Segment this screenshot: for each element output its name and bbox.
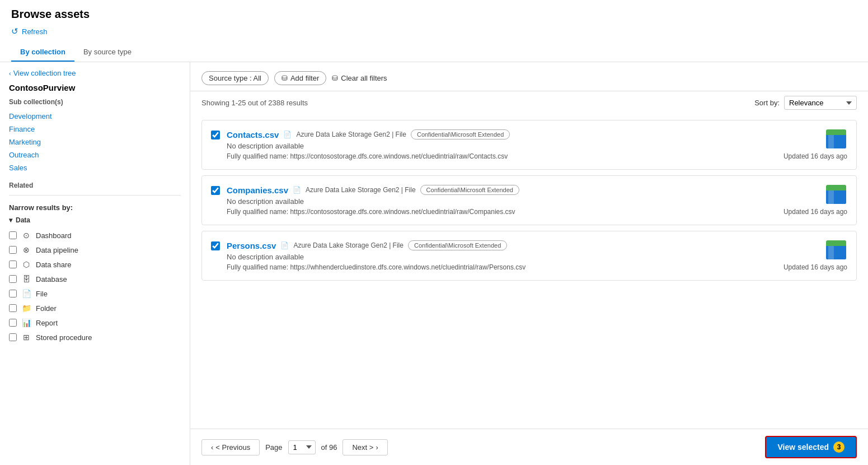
refresh-button[interactable]: ↺ Refresh xyxy=(11,26,48,36)
asset-name-contacts[interactable]: Contacts.csv xyxy=(227,130,279,140)
page-title: Browse assets xyxy=(11,8,857,21)
asset-info-contacts: Contacts.csv 📄 Azure Data Lake Storage G… xyxy=(227,129,818,160)
filter-folder-checkbox[interactable] xyxy=(9,304,17,312)
sub-collections-label: Sub collection(s) xyxy=(9,98,181,106)
filter-data-pipeline-checkbox[interactable] xyxy=(9,246,17,254)
tab-by-collection[interactable]: By collection xyxy=(11,43,74,62)
filter-dashboard-label: Dashboard xyxy=(36,231,72,240)
pagination-bar: ‹ < Previous Page 1234596 of 96 Next > ›… xyxy=(190,429,868,465)
page-label: Page xyxy=(265,443,282,452)
view-selected-button[interactable]: View selected 3 xyxy=(765,436,857,458)
asset-description-persons: No description available xyxy=(227,253,818,261)
filter-folder-label: Folder xyxy=(36,304,57,313)
collection-name: ContosoPurview xyxy=(9,83,181,92)
asset-fqn-companies: Fully qualified name: https://contososto… xyxy=(227,208,818,216)
filter-dashboard: ⊙ Dashboard xyxy=(9,229,181,242)
asset-badge-persons: Confidential\Microsoft Extended xyxy=(408,240,507,250)
asset-select-companies[interactable] xyxy=(211,186,220,195)
next-button[interactable]: Next > › xyxy=(342,439,387,455)
sidebar: ‹ View collection tree ContosoPurview Su… xyxy=(0,62,190,465)
view-collection-tree-link[interactable]: ‹ View collection tree xyxy=(9,69,181,77)
asset-updated-companies: Updated 16 days ago xyxy=(783,208,847,216)
asset-name-companies[interactable]: Companies.csv xyxy=(227,185,288,195)
asset-badge-contacts: Confidential\Microsoft Extended xyxy=(411,129,510,140)
file-icon: 📄 xyxy=(21,289,31,298)
asset-updated-contacts: Updated 16 days ago xyxy=(783,152,847,160)
filter-stored-procedure-checkbox[interactable] xyxy=(9,333,17,341)
content-area: Source type : All ⛁ Add filter ⛁ Clear a… xyxy=(190,62,868,465)
asset-checkbox-companies[interactable] xyxy=(211,186,220,197)
asset-fqn-persons: Fully qualified name: https://whhendercl… xyxy=(227,263,818,271)
clear-filters-label: Clear all filters xyxy=(341,74,387,82)
sub-collection-outreach[interactable]: Outreach xyxy=(9,149,181,161)
filter-database-checkbox[interactable] xyxy=(9,275,17,283)
clear-filter-icon: ⛁ xyxy=(332,74,338,82)
asset-source-persons: Azure Data Lake Storage Gen2 | File xyxy=(293,241,403,249)
results-count: Showing 1-25 out of 2388 results xyxy=(201,99,308,107)
dashboard-icon: ⊙ xyxy=(21,231,31,240)
database-icon: 🗄 xyxy=(21,275,31,283)
file-type-icon: 📄 xyxy=(280,241,289,249)
stored-procedure-icon: ⊞ xyxy=(21,333,31,342)
filter-data-share-checkbox[interactable] xyxy=(9,261,17,268)
asset-card: Contacts.csv 📄 Azure Data Lake Storage G… xyxy=(201,120,857,170)
data-pipeline-icon: ⊗ xyxy=(21,245,31,254)
asset-info-companies: Companies.csv 📄 Azure Data Lake Storage … xyxy=(227,185,818,216)
page-select[interactable]: 1234596 xyxy=(288,440,316,454)
sub-collection-marketing[interactable]: Marketing xyxy=(9,136,181,148)
storage-icon-contacts xyxy=(825,129,847,152)
storage-icon-persons xyxy=(825,240,847,263)
filter-data-pipeline: ⊗ Data pipeline xyxy=(9,243,181,257)
filter-report-label: Report xyxy=(36,319,58,327)
data-filter-list: ⊙ Dashboard ⊗ Data pipeline ⬡ Data share xyxy=(9,229,181,344)
asset-name-persons[interactable]: Persons.csv xyxy=(227,241,276,250)
clear-filters-button[interactable]: ⛁ Clear all filters xyxy=(332,74,387,82)
asset-select-persons[interactable] xyxy=(211,241,220,250)
view-selected-badge: 3 xyxy=(833,441,844,453)
asset-checkbox-contacts[interactable] xyxy=(211,131,220,141)
sub-collection-development[interactable]: Development xyxy=(9,110,181,122)
sub-collection-finance[interactable]: Finance xyxy=(9,123,181,135)
asset-checkbox-persons[interactable] xyxy=(211,241,220,252)
data-section-header[interactable]: ▾ Data xyxy=(9,216,181,224)
filter-database: 🗄 Database xyxy=(9,272,181,286)
asset-title-row: Contacts.csv 📄 Azure Data Lake Storage G… xyxy=(227,129,818,140)
filter-data-share-label: Data share xyxy=(36,261,72,269)
asset-list: Contacts.csv 📄 Azure Data Lake Storage G… xyxy=(190,114,868,429)
asset-badge-companies: Confidential\Microsoft Extended xyxy=(420,185,519,195)
add-filter-button[interactable]: ⛁ Add filter xyxy=(274,71,326,85)
tab-bar: By collection By source type xyxy=(11,43,857,62)
add-filter-label: Add filter xyxy=(290,74,319,82)
chevron-right-icon: › xyxy=(376,443,378,452)
filter-data-share: ⬡ Data share xyxy=(9,258,181,271)
file-type-icon: 📄 xyxy=(293,186,301,194)
asset-source-contacts: Azure Data Lake Storage Gen2 | File xyxy=(296,131,406,138)
filter-dashboard-checkbox[interactable] xyxy=(9,231,17,239)
related-label: Related xyxy=(9,182,181,189)
view-selected-label: View selected xyxy=(777,443,829,452)
asset-select-contacts[interactable] xyxy=(211,131,220,140)
source-type-filter[interactable]: Source type : All xyxy=(201,71,269,85)
asset-fqn-contacts: Fully qualified name: https://contososto… xyxy=(227,152,818,160)
sub-collection-sales[interactable]: Sales xyxy=(9,162,181,174)
view-collection-tree-label: View collection tree xyxy=(13,69,76,77)
refresh-label: Refresh xyxy=(22,27,48,36)
asset-description-contacts: No description available xyxy=(227,142,818,150)
filter-report-checkbox[interactable] xyxy=(9,319,17,327)
asset-title-row: Persons.csv 📄 Azure Data Lake Storage Ge… xyxy=(227,240,818,250)
sort-select[interactable]: Relevance Name Updated xyxy=(784,96,857,110)
storage-icon-companies xyxy=(825,185,847,207)
refresh-icon: ↺ xyxy=(11,26,18,36)
filter-file-checkbox[interactable] xyxy=(9,290,17,297)
filter-bar: Source type : All ⛁ Add filter ⛁ Clear a… xyxy=(190,62,868,91)
asset-card: Companies.csv 📄 Azure Data Lake Storage … xyxy=(201,175,857,225)
asset-updated-persons: Updated 16 days ago xyxy=(783,263,847,271)
tab-by-source-type[interactable]: By source type xyxy=(74,43,140,62)
add-filter-icon: ⛁ xyxy=(281,74,288,82)
previous-button[interactable]: ‹ < Previous xyxy=(201,439,260,455)
asset-description-companies: No description available xyxy=(227,197,818,206)
previous-label: < Previous xyxy=(215,443,250,452)
data-section-label: Data xyxy=(16,216,30,224)
filter-stored-procedure-label: Stored procedure xyxy=(36,333,92,342)
data-share-icon: ⬡ xyxy=(21,260,31,269)
